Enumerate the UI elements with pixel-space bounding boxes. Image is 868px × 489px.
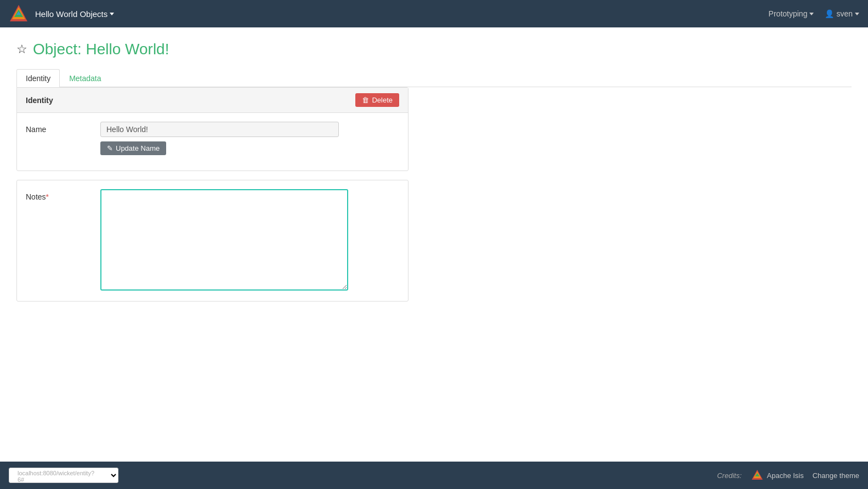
name-field-group: Name Hello World! ✎ Update Name (26, 122, 399, 155)
delete-button[interactable]: 🗑 Delete (355, 93, 399, 107)
prototyping-caret-icon (809, 13, 814, 15)
panel-body: Name Hello World! ✎ Update Name (17, 113, 408, 170)
main-content: ☆ Object: Hello World! Identity Metadata… (0, 27, 868, 462)
tab-identity[interactable]: Identity (16, 69, 60, 87)
update-name-button[interactable]: ✎ Update Name (100, 141, 166, 155)
notes-label: Notes* (26, 189, 92, 201)
brand-label: Hello World Objects (35, 9, 107, 19)
footer: localhost:8080/wicket/entity?6# Credits:… (0, 462, 868, 489)
notes-panel: Notes* (16, 180, 409, 302)
edit-icon: ✎ (107, 144, 113, 152)
panel-title: Identity (26, 96, 53, 105)
footer-url: localhost:8080/wicket/entity?6# (18, 470, 94, 483)
apache-isis-label: Apache Isis (767, 471, 804, 480)
user-label: sven (836, 9, 853, 18)
name-label: Name (26, 122, 92, 134)
prototyping-label: Prototyping (769, 9, 808, 18)
tabs-bar: Identity Metadata (16, 69, 852, 87)
notes-required-marker: * (46, 192, 49, 201)
footer-credits-label: Credits: (717, 471, 742, 480)
user-icon: 👤 (825, 9, 834, 18)
apache-isis-logo-icon (751, 469, 764, 482)
tab-metadata[interactable]: Metadata (60, 69, 110, 87)
navbar-right: Prototyping 👤 sven (769, 9, 859, 18)
bookmark-icon[interactable]: ☆ (16, 43, 27, 55)
footer-right: Credits: Apache Isis Change theme (717, 469, 859, 482)
brand-caret-icon (110, 13, 114, 15)
page-title: Object: Hello World! (33, 41, 169, 58)
notes-value-area (100, 189, 399, 292)
name-value-area: Hello World! ✎ Update Name (100, 122, 399, 155)
navbar-left: Hello World Objects (9, 4, 114, 24)
notes-textarea[interactable] (100, 189, 348, 291)
change-theme-button[interactable]: Change theme (813, 471, 859, 480)
prototyping-menu[interactable]: Prototyping (769, 9, 814, 18)
notes-body: Notes* (17, 180, 408, 301)
app-logo-icon (9, 4, 29, 24)
page-title-row: ☆ Object: Hello World! (16, 41, 852, 58)
identity-panel: Identity 🗑 Delete Name Hello World! ✎ Up… (16, 87, 409, 171)
name-readonly-field: Hello World! (100, 122, 339, 137)
user-menu[interactable]: 👤 sven (825, 9, 859, 18)
user-caret-icon (855, 13, 859, 15)
apache-isis-link[interactable]: Apache Isis (751, 469, 804, 482)
navbar: Hello World Objects Prototyping 👤 sven (0, 0, 868, 27)
trash-icon: 🗑 (362, 96, 369, 104)
panel-heading: Identity 🗑 Delete (17, 88, 408, 113)
brand-menu[interactable]: Hello World Objects (35, 9, 114, 19)
